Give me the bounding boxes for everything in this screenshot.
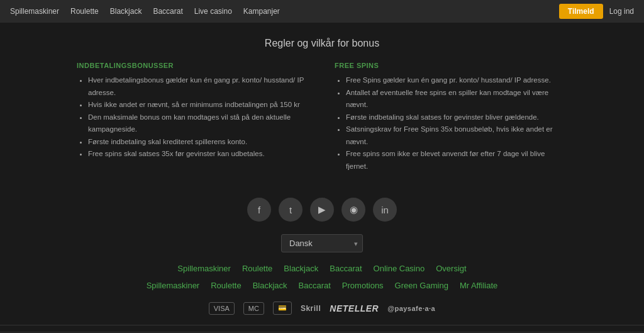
footer-divider (0, 325, 644, 325)
main-nav: Spillemaskiner Roulette Blackjack Baccar… (0, 0, 644, 23)
linkedin-icon[interactable]: in (373, 198, 397, 222)
twitter-icon[interactable]: t (279, 198, 303, 222)
nav-links: Spillemaskiner Roulette Blackjack Baccar… (10, 7, 280, 16)
tilmeld-button[interactable]: Tilmeld (559, 4, 603, 19)
footer-link-roulette-2[interactable]: Roulette (211, 281, 241, 290)
free-spins-heading: FREE SPINS (335, 62, 567, 69)
list-item: Free spins som ikke er blevet anvendt fø… (346, 148, 567, 172)
social-icons-group: f t ▶ ◉ in (0, 198, 644, 222)
footer-link-mr-affiliate[interactable]: Mr Affiliate (460, 281, 497, 290)
login-button[interactable]: Log ind (609, 7, 634, 16)
language-selector-wrapper: Dansk English Norsk Svenska (281, 234, 363, 252)
footer-link-baccarat-1[interactable]: Baccarat (330, 264, 362, 273)
main-content: Regler og vilkår for bonus INDBETALINGSB… (64, 23, 580, 179)
payment-paysafe-icon: @paysafe·a·a (387, 305, 435, 312)
list-item: Free Spins gælder kun én gang pr. konto/… (346, 74, 567, 87)
footer-link-roulette-1[interactable]: Roulette (242, 264, 272, 273)
nav-item-roulette[interactable]: Roulette (70, 7, 99, 16)
footer-link-blackjack-2[interactable]: Blackjack (253, 281, 287, 290)
social-section: f t ▶ ◉ in (0, 198, 644, 222)
list-item: Første indbetaling skal satses for gevin… (346, 111, 567, 124)
language-select[interactable]: Dansk English Norsk Svenska (281, 234, 363, 252)
nav-item-kampanjer[interactable]: Kampanjer (243, 7, 280, 16)
indbetalingsbonusser-column: INDBETALINGSBONUSSER Hver indbetalingsbo… (77, 62, 309, 172)
list-item: Den maksimale bonus om kan modtages vil … (88, 111, 309, 136)
footer-link-blackjack-1[interactable]: Blackjack (284, 264, 318, 273)
facebook-icon[interactable]: f (247, 198, 271, 222)
nav-actions: Tilmeld Log ind (559, 4, 634, 19)
list-item: Første indbetaling skal krediteret spill… (88, 136, 309, 149)
content-columns: INDBETALINGSBONUSSER Hver indbetalingsbo… (77, 62, 567, 172)
nav-item-spillemaskiner[interactable]: Spillemaskiner (10, 7, 59, 16)
payment-skrill-icon: Skrill (301, 304, 321, 313)
footer-links-row1: Spillemaskiner Roulette Blackjack Baccar… (0, 264, 644, 273)
free-spins-column: FREE SPINS Free Spins gælder kun én gang… (335, 62, 567, 172)
nav-item-baccarat[interactable]: Baccarat (153, 7, 182, 16)
payment-section: VISA MC 💳 Skrill NETELLER @paysafe·a·a (0, 302, 644, 315)
payment-mastercard-icon: MC (243, 302, 264, 315)
indbetalingsbonusser-list: Hver indbetalingsbonus gælder kun én gan… (77, 74, 309, 161)
footer-links-row2: Spillemaskiner Roulette Blackjack Baccar… (0, 281, 644, 290)
list-item: Free spins skal satses 35x før gevinster… (88, 148, 309, 161)
footer-link-spillemaskiner-1[interactable]: Spillemaskiner (177, 264, 231, 273)
footer-link-oversigt[interactable]: Oversigt (436, 264, 466, 273)
list-item: Antallet af eventuelle free spins en spi… (346, 87, 567, 111)
footer-link-baccarat-2[interactable]: Baccarat (299, 281, 331, 290)
payment-card-icon: 💳 (273, 302, 292, 315)
list-item: Satsningskrav for Free Spins 35x bonusbe… (346, 123, 567, 148)
footer-link-green-gaming[interactable]: Green Gaming (395, 281, 448, 290)
language-section: Dansk English Norsk Svenska (0, 234, 644, 252)
payment-visa-icon: VISA (209, 302, 235, 315)
indbetalingsbonusser-heading: INDBETALINGSBONUSSER (77, 62, 309, 69)
page-title: Regler og vilkår for bonus (77, 38, 567, 49)
nav-item-blackjack[interactable]: Blackjack (110, 7, 142, 16)
payment-neteller-icon: NETELLER (330, 303, 379, 313)
footer-link-online-casino[interactable]: Online Casino (374, 264, 425, 273)
instagram-icon[interactable]: ◉ (341, 198, 365, 222)
list-item: Hver indbetalingsbonus gælder kun én gan… (88, 74, 309, 99)
list-item: Hvis ikke andet er nævnt, så er minimums… (88, 99, 309, 111)
free-spins-list: Free Spins gælder kun én gang pr. konto/… (335, 74, 567, 172)
youtube-icon[interactable]: ▶ (310, 198, 334, 222)
footer-link-spillemaskiner-2[interactable]: Spillemaskiner (147, 281, 200, 290)
footer-link-promotions[interactable]: Promotions (342, 281, 384, 290)
nav-item-live-casino[interactable]: Live casino (194, 7, 232, 16)
